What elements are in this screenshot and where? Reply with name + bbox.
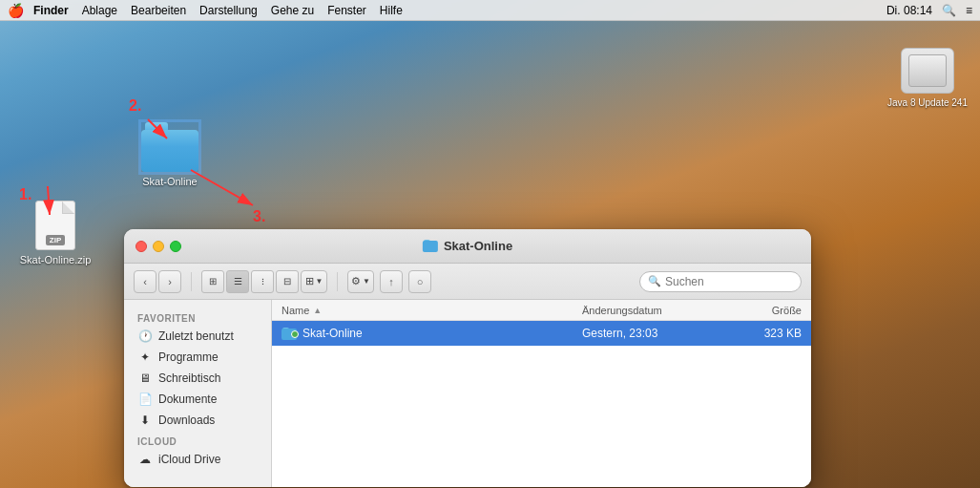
share-button[interactable]: ↑: [380, 270, 403, 293]
hdd-icon-inner: [908, 54, 947, 87]
search-icon: 🔍: [648, 275, 661, 287]
zip-badge: ZIP: [46, 235, 65, 245]
menubar-search-icon[interactable]: 🔍: [942, 4, 956, 17]
sidebar-item-icloud-label: iCloud Drive: [158, 453, 220, 466]
finder-window-title: Skat-Online: [444, 239, 512, 253]
view-buttons: ⊞ ☰ ⫶ ⊟ ⊞▼: [201, 270, 327, 293]
menu-ablage[interactable]: Ablage: [82, 4, 117, 17]
icloud-header: iCloud: [124, 431, 271, 449]
zip-icon-graphic: ZIP: [35, 201, 75, 250]
view-column-button[interactable]: ⫶: [251, 270, 274, 293]
finder-titlebar: Skat-Online: [124, 229, 811, 264]
view-more-button[interactable]: ⊞▼: [301, 270, 327, 293]
zip-file-icon[interactable]: ZIP Skat-Online.zip: [17, 201, 94, 265]
folder-desktop-icon[interactable]: Skat-Online: [132, 122, 208, 187]
sidebar-item-programs[interactable]: ✦ Programme: [124, 347, 271, 368]
hdd-icon-label: Java 8 Update 241: [887, 97, 968, 108]
view-icon-button[interactable]: ⊞: [201, 270, 224, 293]
sidebar-item-desktop-label: Schreibtisch: [158, 371, 220, 385]
sidebar-item-desktop[interactable]: 🖥 Schreibtisch: [124, 368, 271, 389]
folder-icon-label: Skat-Online: [142, 176, 197, 187]
sidebar-item-downloads-label: Downloads: [158, 414, 215, 427]
sidebar-item-programs-label: Programme: [158, 350, 219, 364]
traffic-lights: [136, 241, 181, 252]
col-name-header[interactable]: Name ▲: [281, 305, 582, 316]
sort-arrow: ▲: [313, 306, 322, 315]
sidebar-item-icloud-drive[interactable]: ☁ iCloud Drive: [124, 449, 271, 470]
recent-icon: 🕐: [137, 329, 153, 344]
minimize-button[interactable]: [153, 241, 164, 252]
action-button[interactable]: ⚙▼: [347, 270, 374, 293]
nav-buttons: ‹ ›: [134, 270, 181, 293]
menu-gehe-zu[interactable]: Gehe zu: [271, 4, 314, 17]
column-headers: Name ▲ Änderungsdatum Größe: [272, 300, 811, 321]
menu-hilfe[interactable]: Hilfe: [380, 4, 403, 17]
col-date-header[interactable]: Änderungsdatum: [582, 305, 725, 316]
forward-button[interactable]: ›: [158, 270, 181, 293]
downloads-icon: ⬇: [137, 413, 153, 428]
file-folder-icon: [281, 328, 297, 340]
menu-bearbeiten[interactable]: Bearbeiten: [131, 4, 186, 17]
apple-menu[interactable]: 🍎: [8, 3, 24, 18]
annotation-2: 2.: [129, 97, 141, 115]
desktop: 🍎 Finder Ablage Bearbeiten Darstellung G…: [0, 0, 980, 488]
close-button[interactable]: [136, 241, 147, 252]
maximize-button[interactable]: [170, 241, 181, 252]
file-date: Gestern, 23:03: [582, 327, 725, 340]
icloud-icon: ☁: [137, 452, 153, 467]
finder-title: Skat-Online: [423, 239, 512, 253]
back-button[interactable]: ‹: [134, 270, 156, 293]
finder-window: Skat-Online ‹ › ⊞ ☰ ⫶ ⊟ ⊞▼ ⚙▼ ↑ ○ 🔍: [124, 229, 811, 487]
documents-icon: 📄: [137, 392, 153, 407]
hdd-icon-graphic: [901, 48, 954, 94]
search-box[interactable]: 🔍: [639, 271, 802, 292]
zip-icon-label: Skat-Online.zip: [20, 254, 92, 265]
toolbar-separator-1: [191, 272, 192, 291]
finder-body: Favoriten 🕐 Zuletzt benutzt ✦ Programme …: [124, 300, 811, 487]
finder-main: Name ▲ Änderungsdatum Größe: [272, 300, 811, 487]
desktop-icon-sidebar: 🖥: [137, 371, 153, 386]
sidebar-item-recent[interactable]: 🕐 Zuletzt benutzt: [124, 326, 271, 347]
search-input[interactable]: [665, 275, 793, 288]
view-cover-button[interactable]: ⊟: [276, 270, 299, 293]
sidebar-item-documents-label: Dokumente: [158, 393, 217, 406]
annotation-1: 1.: [19, 186, 31, 203]
finder-toolbar: ‹ › ⊞ ☰ ⫶ ⊟ ⊞▼ ⚙▼ ↑ ○ 🔍: [124, 264, 811, 300]
tag-button[interactable]: ○: [408, 270, 431, 293]
col-size-header[interactable]: Größe: [725, 305, 802, 316]
file-name: Skat-Online: [302, 327, 363, 340]
view-list-button[interactable]: ☰: [226, 270, 249, 293]
programs-icon: ✦: [137, 350, 153, 365]
menubar-right: Di. 08:14 🔍 ≡: [886, 4, 972, 17]
sidebar-item-documents[interactable]: 📄 Dokumente: [124, 389, 271, 410]
finder-sidebar: Favoriten 🕐 Zuletzt benutzt ✦ Programme …: [124, 300, 272, 487]
menu-finder[interactable]: Finder: [33, 4, 69, 17]
menu-darstellung[interactable]: Darstellung: [199, 4, 258, 17]
finder-file-list: Skat-Online Gestern, 23:03 323 KB: [272, 321, 811, 487]
menubar-control-icon[interactable]: ≡: [966, 4, 972, 17]
annotation-3: 3.: [253, 208, 265, 225]
menubar-time: Di. 08:14: [886, 4, 932, 17]
file-row-name: Skat-Online: [281, 327, 582, 340]
sidebar-item-recent-label: Zuletzt benutzt: [158, 329, 234, 343]
title-folder-icon: [423, 240, 438, 252]
menu-fenster[interactable]: Fenster: [327, 4, 366, 17]
folder-icon-graphic: [141, 122, 198, 172]
file-size: 323 KB: [725, 327, 802, 340]
toolbar-separator-2: [337, 272, 338, 291]
sidebar-item-downloads[interactable]: ⬇ Downloads: [124, 410, 271, 431]
file-row[interactable]: Skat-Online Gestern, 23:03 323 KB: [272, 321, 811, 346]
menubar: 🍎 Finder Ablage Bearbeiten Darstellung G…: [0, 0, 980, 21]
hdd-desktop-icon[interactable]: Java 8 Update 241: [885, 48, 970, 108]
favorites-header: Favoriten: [124, 308, 271, 326]
